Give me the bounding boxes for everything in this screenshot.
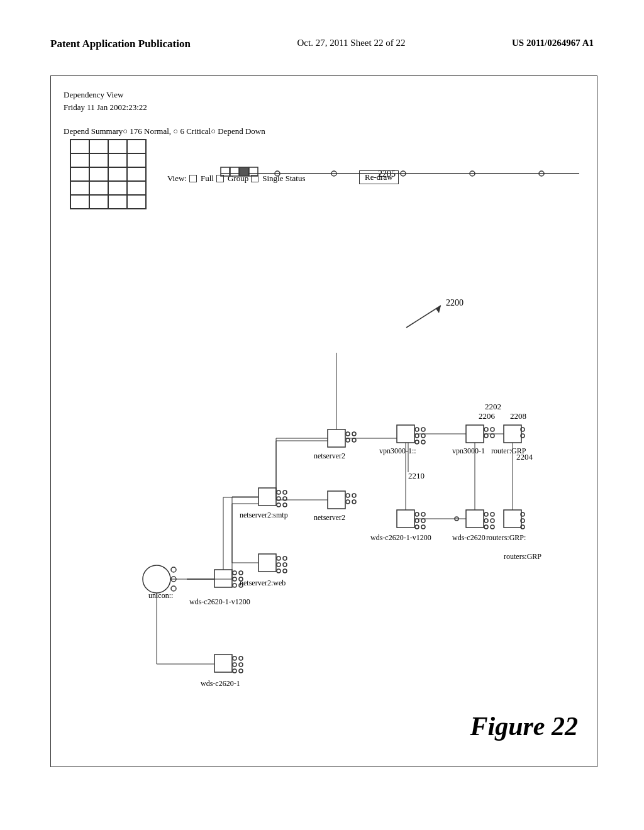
svg-point-33 xyxy=(233,669,236,673)
publication-title: Patent Application Publication xyxy=(50,38,191,50)
svg-point-34 xyxy=(239,656,243,660)
svg-point-118 xyxy=(491,512,494,516)
svg-text:netserver2: netserver2 xyxy=(314,451,345,460)
svg-point-70 xyxy=(346,494,350,497)
svg-point-53 xyxy=(277,569,280,573)
svg-point-83 xyxy=(421,434,425,438)
svg-point-43 xyxy=(277,503,280,507)
page-header: Patent Application Publication Oct. 27, … xyxy=(50,38,594,50)
dep-view-line1: Dependency View xyxy=(64,89,147,101)
svg-rect-29 xyxy=(214,655,232,672)
svg-text:routers:GRP:: routers:GRP: xyxy=(486,533,526,542)
svg-text:2208: 2208 xyxy=(510,411,526,421)
figure-label-text: Figure 22 xyxy=(470,712,578,741)
svg-rect-1 xyxy=(221,167,230,176)
svg-point-32 xyxy=(233,663,236,667)
svg-rect-18 xyxy=(214,570,232,587)
svg-rect-88 xyxy=(397,510,414,528)
svg-point-72 xyxy=(352,494,356,497)
svg-point-62 xyxy=(346,432,350,436)
svg-point-54 xyxy=(283,556,287,560)
svg-point-80 xyxy=(415,434,419,438)
svg-text:wds-c2620-1-v1200: wds-c2620-1-v1200 xyxy=(370,533,431,542)
svg-text:2210: 2210 xyxy=(408,471,425,480)
figure-label: Figure 22 xyxy=(470,711,578,741)
svg-point-23 xyxy=(239,571,243,575)
svg-rect-122 xyxy=(504,510,521,528)
svg-text:2206: 2206 xyxy=(479,411,496,421)
svg-point-102 xyxy=(491,434,494,438)
svg-rect-77 xyxy=(397,425,414,443)
svg-point-84 xyxy=(421,440,425,444)
svg-point-71 xyxy=(346,500,350,504)
svg-point-81 xyxy=(415,440,419,444)
svg-text:vpn3000-1: vpn3000-1 xyxy=(452,446,485,455)
svg-rect-60 xyxy=(328,429,345,447)
svg-point-52 xyxy=(277,563,280,567)
svg-point-101 xyxy=(491,428,494,431)
svg-point-63 xyxy=(346,438,350,442)
svg-text:2204: 2204 xyxy=(516,452,533,462)
svg-point-16 xyxy=(171,586,176,591)
svg-point-44 xyxy=(283,490,287,494)
patent-number: US 2011/0264967 A1 xyxy=(512,38,594,48)
dep-view-title: Dependency View Friday 11 Jan 2002:23:22 xyxy=(64,89,147,113)
svg-point-99 xyxy=(484,428,488,431)
svg-point-116 xyxy=(484,519,488,523)
svg-rect-68 xyxy=(328,491,345,509)
svg-point-22 xyxy=(233,584,236,587)
dep-summary: Depend Summary○ 176 Normal, ○ 6 Critical… xyxy=(64,126,265,136)
svg-point-73 xyxy=(352,500,356,504)
svg-point-117 xyxy=(484,525,488,529)
svg-point-82 xyxy=(421,428,425,431)
svg-rect-39 xyxy=(258,488,276,506)
svg-text:routers:GRP: routers:GRP xyxy=(504,552,541,561)
main-content-box: Dependency View Friday 11 Jan 2002:23:22… xyxy=(50,75,597,767)
svg-point-56 xyxy=(283,569,287,573)
svg-point-51 xyxy=(277,556,280,560)
svg-point-92 xyxy=(415,525,419,529)
svg-text:netserver2: netserver2 xyxy=(314,513,345,522)
svg-point-41 xyxy=(277,490,280,494)
svg-text:unicon::: unicon:: xyxy=(148,591,173,600)
page: Patent Application Publication Oct. 27, … xyxy=(0,0,644,830)
svg-point-35 xyxy=(239,663,243,667)
svg-rect-113 xyxy=(466,510,484,528)
svg-point-90 xyxy=(415,512,419,516)
svg-rect-97 xyxy=(466,425,484,443)
svg-text:netserver2:smtp: netserver2:smtp xyxy=(240,511,288,519)
label-2200: 2200 xyxy=(446,298,464,307)
svg-point-64 xyxy=(352,432,356,436)
svg-point-20 xyxy=(233,571,236,575)
svg-point-94 xyxy=(421,519,425,523)
svg-rect-49 xyxy=(258,554,276,572)
svg-rect-105 xyxy=(504,425,521,443)
svg-point-79 xyxy=(415,428,419,431)
svg-rect-2 xyxy=(230,167,239,176)
svg-text:wds-c2620-1-v1200: wds-c2620-1-v1200 xyxy=(189,597,250,606)
svg-point-100 xyxy=(484,434,488,438)
svg-point-91 xyxy=(415,519,419,523)
svg-point-12 xyxy=(143,565,170,593)
dependency-diagram: 2200 unicon:: wds-c2620-1-v1200 xyxy=(64,139,592,755)
svg-point-21 xyxy=(233,577,236,581)
dep-view-line2: Friday 11 Jan 2002:23:22 xyxy=(64,101,147,114)
svg-rect-4 xyxy=(249,167,258,176)
svg-point-14 xyxy=(171,567,176,572)
svg-point-65 xyxy=(352,438,356,442)
svg-rect-3 xyxy=(240,167,248,176)
svg-point-46 xyxy=(283,503,287,507)
svg-text:wds-c2620: wds-c2620 xyxy=(452,533,486,542)
svg-point-120 xyxy=(491,525,494,529)
svg-point-93 xyxy=(421,512,425,516)
svg-line-10 xyxy=(406,306,441,328)
svg-point-31 xyxy=(233,656,236,660)
svg-text:2202: 2202 xyxy=(485,402,501,411)
svg-point-36 xyxy=(239,669,243,673)
svg-text:netserver2:web: netserver2:web xyxy=(240,578,286,587)
svg-point-119 xyxy=(491,519,494,523)
svg-text:vpn3000-1::: vpn3000-1:: xyxy=(379,446,416,455)
svg-point-115 xyxy=(484,512,488,516)
svg-text:wds-c2620-1: wds-c2620-1 xyxy=(201,679,240,688)
svg-point-55 xyxy=(283,563,287,567)
